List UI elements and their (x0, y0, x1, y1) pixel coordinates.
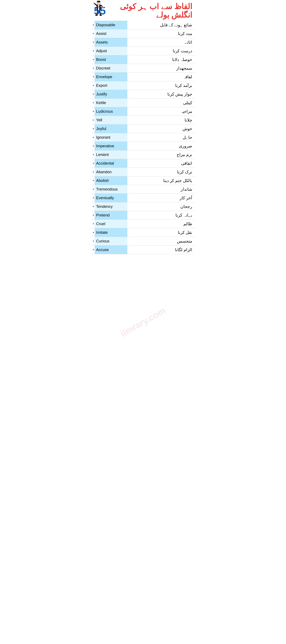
table-row: •Eventuallyآخر کار (91, 194, 195, 202)
table-row: •Assistمدد کرنا (91, 29, 195, 38)
urdu-translation: الزام لگانا (127, 246, 195, 254)
english-word: Tendency (95, 202, 127, 211)
english-word: Kettle (95, 98, 127, 107)
table-row: •Accidentalاتفاقی (91, 159, 195, 168)
svg-line-10 (99, 10, 100, 15)
english-word: Abandon (95, 168, 127, 176)
table-row: •Tendencyرجحان (91, 202, 195, 211)
table-row: •Abolishبالکل ختم کر دینا (91, 176, 195, 185)
urdu-translation: ضروری (127, 142, 195, 150)
bullet-cell: • (91, 202, 95, 211)
english-word: Yell (95, 116, 127, 124)
bullet-cell: • (91, 116, 95, 124)
table-row: •Assetsاثاثے (91, 38, 195, 47)
english-word: Disposable (95, 21, 127, 29)
word-list-table: •Disposableضائع ہونے کے قابل•Assistمدد ک… (91, 21, 195, 254)
bullet-cell: • (91, 246, 95, 254)
table-row: •Disposableضائع ہونے کے قابل (91, 21, 195, 29)
table-row: •Curiousمتجسس (91, 237, 195, 246)
bullet-cell: • (91, 81, 95, 90)
bullet-cell: • (91, 142, 95, 150)
bullet-cell: • (91, 168, 95, 176)
urdu-translation: ضائع ہونے کے قابل (127, 21, 195, 29)
urdu-translation: خوش (127, 124, 195, 133)
urdu-translation: نقل کرنا (127, 228, 195, 237)
english-word: Eventually (95, 194, 127, 202)
bullet-cell: • (91, 194, 95, 202)
table-row: •Cruelظالم (91, 220, 195, 228)
english-word: Lenient (95, 150, 127, 159)
english-word: Joyful (95, 124, 127, 133)
urdu-translation: شاندار (127, 185, 195, 194)
english-word: Imitate (95, 228, 127, 237)
table-row: •Exportبرآمد کرنا (91, 81, 195, 90)
bullet-cell: • (91, 185, 95, 194)
english-word: Tremendous (95, 185, 127, 194)
bullet-cell: • (91, 21, 95, 29)
svg-point-6 (93, 2, 95, 4)
svg-point-8 (102, 6, 104, 8)
urdu-translation: مزاحیہ (127, 107, 195, 116)
urdu-translation: سمجھدار (127, 64, 195, 72)
table-row: •Tremendousشاندار (91, 185, 195, 194)
bullet-cell: • (91, 47, 95, 55)
english-word: Accidental (95, 159, 127, 168)
english-word: Curious (95, 237, 127, 246)
bullet-cell: • (91, 107, 95, 116)
table-row: •Imperativeضروری (91, 142, 195, 150)
urdu-translation: حوصلہ دلانا (127, 55, 195, 64)
bullet-cell: • (91, 176, 95, 185)
table-row: •Imitateنقل کرنا (91, 228, 195, 237)
english-word: Accuse (95, 246, 127, 254)
table-row: •Ignorantجاہل (91, 133, 195, 142)
urdu-translation: جاہل (127, 133, 195, 142)
bullet-cell: • (91, 29, 95, 38)
urdu-translation: اثاثے (127, 38, 195, 47)
bullet-cell: • (91, 211, 95, 220)
english-word: Envelope (95, 72, 127, 81)
businessman-figure (92, 1, 106, 17)
table-row: •Pretendبہانہ کرنا (91, 211, 195, 220)
bullet-cell: • (91, 237, 95, 246)
svg-line-9 (97, 10, 98, 15)
table-row: •Joyfulخوش (91, 124, 195, 133)
english-word: Pretend (95, 211, 127, 220)
bullet-cell: • (91, 228, 95, 237)
page-container: 55 الفاظ سے اب ہر کوئی انگلش بولے •Dispo… (91, 0, 195, 254)
urdu-translation: لفافہ (127, 72, 195, 81)
english-word: Assist (95, 29, 127, 38)
table-row: •Kettleکیتلی (91, 98, 195, 107)
urdu-translation: برآمد کرنا (127, 81, 195, 90)
english-word: Abolish (95, 176, 127, 185)
bullet-cell: • (91, 220, 95, 228)
english-word: Assets (95, 38, 127, 47)
urdu-translation: درست کرنا (127, 47, 195, 55)
table-row: •Ludicrousمزاحیہ (91, 107, 195, 116)
english-word: Ludicrous (95, 107, 127, 116)
urdu-translation: رجحان (127, 202, 195, 211)
bullet-cell: • (91, 55, 95, 64)
english-word: Export (95, 81, 127, 90)
urdu-translation: بہانہ کرنا (127, 211, 195, 220)
table-row: •Abandonترک کرنا (91, 168, 195, 176)
english-word: Discreet (95, 64, 127, 72)
urdu-translation: ظالم (127, 220, 195, 228)
bullet-cell: • (91, 98, 95, 107)
urdu-translation: اتفاقی (127, 159, 195, 168)
bullet-cell: • (91, 150, 95, 159)
table-row: •Lenientنرم مزاج (91, 150, 195, 159)
table-row: •Justifyجواز پیش کرنا (91, 90, 195, 98)
english-word: Ignorant (95, 133, 127, 142)
bullet-cell: • (91, 72, 95, 81)
header-urdu-title: الفاظ سے اب ہر کوئی انگلش بولے (107, 2, 192, 19)
table-row: •Adjustدرست کرنا (91, 47, 195, 55)
bullet-cell: • (91, 90, 95, 98)
header: 55 الفاظ سے اب ہر کوئی انگلش بولے (91, 0, 195, 21)
bullet-cell: • (91, 159, 95, 168)
bullet-cell: • (91, 124, 95, 133)
bullet-cell: • (91, 133, 95, 142)
urdu-translation: جواز پیش کرنا (127, 90, 195, 98)
urdu-translation: کیتلی (127, 98, 195, 107)
urdu-translation: چلانا (127, 116, 195, 124)
table-row: •Discreetسمجھدار (91, 64, 195, 72)
